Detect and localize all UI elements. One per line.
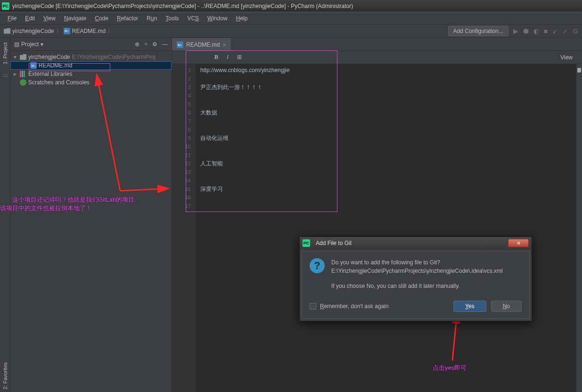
scrollbar[interactable] [576, 64, 582, 392]
breadcrumb-project-label: yinzhengjieCode [12, 28, 54, 34]
menu-edit[interactable]: Edit [21, 14, 39, 23]
menu-code[interactable]: Code [91, 14, 112, 23]
tree-external-label: External Libraries [28, 71, 72, 77]
line-number: 12 [174, 159, 191, 168]
line-number: 16 [174, 193, 191, 202]
rail-favorites[interactable]: 2: Favorites [2, 359, 8, 392]
project-tree: ▾ yinzhengjieCode E:\YinzhengjieCode\Pyc… [10, 51, 172, 89]
line-number: 9 [174, 134, 191, 142]
markdown-icon: M↓ [177, 41, 183, 48]
line-number: 15 [174, 185, 191, 193]
menu-help[interactable]: Help [232, 14, 252, 23]
folder-icon [20, 54, 26, 60]
code-line [200, 100, 577, 108]
project-panel-header: ▤ Project ▾ ⊕ ÷ ⚙ — [10, 38, 172, 51]
breadcrumb-sep: 〉 [56, 27, 62, 35]
add-configuration-button[interactable]: Add Configuration... [448, 26, 508, 36]
structure-icon[interactable]: ▭ [2, 72, 8, 79]
library-icon [20, 71, 26, 77]
gutter: 1 2 3 4 5 6 7 8 9 10 11 12 13 14 15 16 1… [172, 64, 196, 392]
remember-label[interactable]: Remember, don't ask again [320, 303, 389, 310]
tab-label: README.md [186, 41, 220, 48]
menu-vcs[interactable]: VCS [183, 14, 203, 23]
close-button[interactable]: ✕ [508, 239, 529, 247]
pycharm-icon: PC [2, 2, 9, 10]
code-line [200, 168, 577, 176]
menu-run[interactable]: Run [143, 14, 161, 23]
code-line [200, 125, 577, 134]
collapse-icon[interactable]: ⊕ [135, 41, 139, 48]
commit-icon[interactable]: ✓ [563, 27, 568, 35]
chevron-down-icon[interactable]: ▾ [12, 54, 18, 60]
breadcrumb: yinzhengjieCode 〉 M↓ README.md 〉 [4, 27, 448, 35]
tree-root[interactable]: ▾ yinzhengjieCode E:\YinzhengjieCode\Pyc… [10, 53, 172, 61]
folder-icon [4, 28, 10, 34]
tree-external-libraries[interactable]: ▸ External Libraries [10, 70, 172, 78]
project-panel-title[interactable]: Project [21, 41, 39, 48]
scroll-icon[interactable]: ÷ [144, 41, 148, 48]
editor-tabs: M↓ README.md ✕ [172, 38, 582, 51]
yes-button[interactable]: Yes [453, 301, 486, 312]
settings-icon[interactable]: ⚙ [152, 41, 157, 48]
menu-tools[interactable]: Tools [162, 14, 182, 23]
dialog-titlebar[interactable]: PC Add File to Git ✕ [300, 237, 532, 249]
hide-icon[interactable]: — [162, 41, 168, 48]
code-area[interactable]: http://www.cnblogs.com/yinzhengjie 尹正杰到此… [196, 64, 582, 392]
tree-file-readme[interactable]: M↓ README.md [10, 61, 172, 70]
menu-view[interactable]: View [40, 14, 59, 23]
coverage-icon[interactable]: ◐ [533, 27, 539, 35]
line-number: 5 [174, 100, 191, 108]
dialog-body: ? Do you want to add the following file … [302, 251, 530, 319]
breadcrumb-file-label: README.md [72, 28, 106, 34]
window-title: yinzhengjieCode [E:\YinzhengjieCode\Pych… [12, 3, 353, 9]
rail-project[interactable]: 1: Project [2, 40, 8, 67]
dialog-line3: If you choose No, you can still add it l… [331, 282, 503, 290]
scrollbar-thumb[interactable] [577, 68, 581, 73]
menu-window[interactable]: Window [204, 14, 231, 23]
code-line: 大数据 [200, 108, 577, 117]
tree-root-label: yinzhengjieCode [28, 54, 70, 60]
editor-content[interactable]: 1 2 3 4 5 6 7 8 9 10 11 12 13 14 15 16 1… [172, 64, 582, 392]
line-number: 7 [174, 117, 191, 125]
code-line [200, 193, 577, 202]
line-number: 4 [174, 91, 191, 100]
chevron-right-icon[interactable]: ▸ [12, 71, 18, 77]
debug-icon[interactable]: ⬢ [523, 27, 529, 35]
line-number: 3 [174, 83, 191, 91]
code-line [200, 202, 577, 210]
bold-icon[interactable]: B [214, 54, 218, 61]
git-icon[interactable]: G [573, 27, 578, 35]
code-line [200, 74, 577, 83]
dropdown-icon[interactable]: ▾ [41, 41, 43, 48]
line-number: 1 [174, 66, 191, 74]
markdown-icon: M↓ [64, 28, 70, 34]
breadcrumb-file[interactable]: M↓ README.md [64, 28, 106, 34]
tree-scratches-label: Scratches and Consoles [28, 79, 90, 86]
breadcrumb-project[interactable]: yinzhengjieCode [4, 28, 54, 34]
navbar: yinzhengjieCode 〉 M↓ README.md 〉 Add Con… [0, 24, 582, 38]
close-icon[interactable]: ✕ [222, 42, 226, 48]
editor-area: M↓ README.md ✕ B I ⊞ View 1 2 3 4 5 6 7 … [172, 38, 582, 392]
update-icon[interactable]: ↙ [552, 27, 558, 35]
line-number: 10 [174, 142, 191, 151]
left-rail: 1: Project ▭ 2: Favorites [0, 38, 10, 392]
tab-readme[interactable]: M↓ README.md ✕ [172, 38, 231, 50]
view-mode-label[interactable]: View [560, 54, 573, 61]
stop-icon[interactable]: ■ [544, 27, 548, 35]
code-line [200, 117, 577, 125]
line-number: 17 [174, 202, 191, 210]
remember-checkbox[interactable] [310, 303, 316, 310]
menu-navigate[interactable]: Navigate [60, 14, 90, 23]
run-icon[interactable]: ▶ [513, 27, 518, 35]
no-button[interactable]: No [491, 301, 522, 312]
table-icon[interactable]: ⊞ [237, 54, 242, 61]
code-line: 尹正杰到此一游！！！！ [200, 83, 577, 91]
main-area: 1: Project ▭ 2: Favorites ▤ Project ▾ ⊕ … [0, 38, 582, 392]
dialog-title-text: Add File to Git [316, 240, 352, 246]
code-line [200, 176, 577, 185]
tree-scratches[interactable]: Scratches and Consoles [10, 78, 172, 87]
menu-refactor[interactable]: Refactor [113, 14, 142, 23]
code-line [200, 151, 577, 159]
menu-file[interactable]: File [4, 14, 20, 23]
italic-icon[interactable]: I [227, 54, 229, 61]
